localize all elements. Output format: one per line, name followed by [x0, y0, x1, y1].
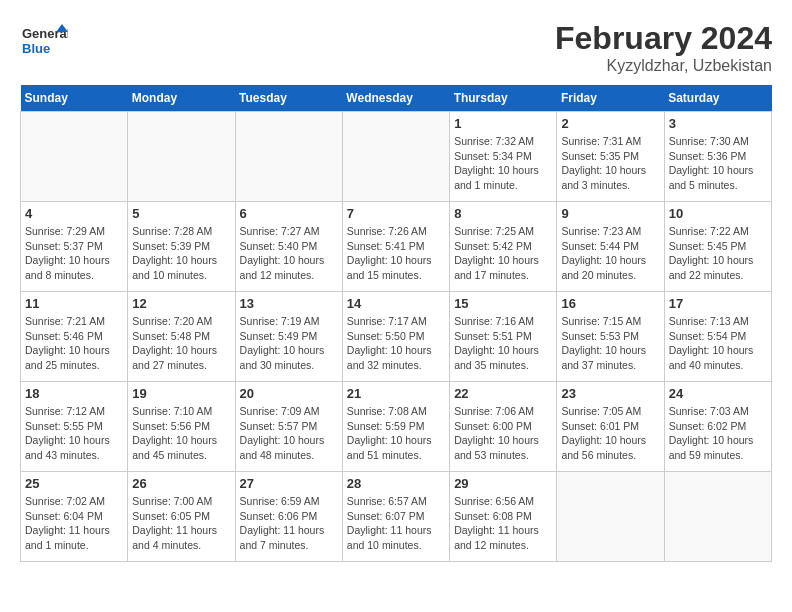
table-row: 1Sunrise: 7:32 AM Sunset: 5:34 PM Daylig… — [450, 112, 557, 202]
day-number: 19 — [132, 386, 230, 401]
col-saturday: Saturday — [664, 85, 771, 112]
day-info: Sunrise: 7:03 AM Sunset: 6:02 PM Dayligh… — [669, 404, 767, 463]
day-info: Sunrise: 7:29 AM Sunset: 5:37 PM Dayligh… — [25, 224, 123, 283]
day-number: 11 — [25, 296, 123, 311]
day-number: 18 — [25, 386, 123, 401]
logo-icon-wrapper: General Blue — [20, 20, 68, 60]
col-wednesday: Wednesday — [342, 85, 449, 112]
table-row: 22Sunrise: 7:06 AM Sunset: 6:00 PM Dayli… — [450, 382, 557, 472]
day-info: Sunrise: 7:16 AM Sunset: 5:51 PM Dayligh… — [454, 314, 552, 373]
day-number: 29 — [454, 476, 552, 491]
day-info: Sunrise: 7:17 AM Sunset: 5:50 PM Dayligh… — [347, 314, 445, 373]
day-info: Sunrise: 7:08 AM Sunset: 5:59 PM Dayligh… — [347, 404, 445, 463]
calendar-week-row: 4Sunrise: 7:29 AM Sunset: 5:37 PM Daylig… — [21, 202, 772, 292]
calendar-table: Sunday Monday Tuesday Wednesday Thursday… — [20, 85, 772, 562]
day-number: 10 — [669, 206, 767, 221]
logo-container: General Blue — [20, 20, 72, 60]
day-number: 17 — [669, 296, 767, 311]
table-row: 18Sunrise: 7:12 AM Sunset: 5:55 PM Dayli… — [21, 382, 128, 472]
table-row: 2Sunrise: 7:31 AM Sunset: 5:35 PM Daylig… — [557, 112, 664, 202]
table-row: 16Sunrise: 7:15 AM Sunset: 5:53 PM Dayli… — [557, 292, 664, 382]
day-number: 24 — [669, 386, 767, 401]
table-row: 3Sunrise: 7:30 AM Sunset: 5:36 PM Daylig… — [664, 112, 771, 202]
table-row: 4Sunrise: 7:29 AM Sunset: 5:37 PM Daylig… — [21, 202, 128, 292]
logo: General Blue — [20, 20, 72, 60]
table-row: 19Sunrise: 7:10 AM Sunset: 5:56 PM Dayli… — [128, 382, 235, 472]
day-info: Sunrise: 7:13 AM Sunset: 5:54 PM Dayligh… — [669, 314, 767, 373]
day-info: Sunrise: 7:19 AM Sunset: 5:49 PM Dayligh… — [240, 314, 338, 373]
table-row: 15Sunrise: 7:16 AM Sunset: 5:51 PM Dayli… — [450, 292, 557, 382]
day-number: 4 — [25, 206, 123, 221]
day-number: 1 — [454, 116, 552, 131]
day-number: 23 — [561, 386, 659, 401]
table-row: 7Sunrise: 7:26 AM Sunset: 5:41 PM Daylig… — [342, 202, 449, 292]
table-row: 27Sunrise: 6:59 AM Sunset: 6:06 PM Dayli… — [235, 472, 342, 562]
day-number: 5 — [132, 206, 230, 221]
day-info: Sunrise: 7:20 AM Sunset: 5:48 PM Dayligh… — [132, 314, 230, 373]
day-info: Sunrise: 7:27 AM Sunset: 5:40 PM Dayligh… — [240, 224, 338, 283]
col-thursday: Thursday — [450, 85, 557, 112]
table-row: 23Sunrise: 7:05 AM Sunset: 6:01 PM Dayli… — [557, 382, 664, 472]
day-info: Sunrise: 7:02 AM Sunset: 6:04 PM Dayligh… — [25, 494, 123, 553]
calendar-week-row: 1Sunrise: 7:32 AM Sunset: 5:34 PM Daylig… — [21, 112, 772, 202]
day-info: Sunrise: 6:57 AM Sunset: 6:07 PM Dayligh… — [347, 494, 445, 553]
day-number: 26 — [132, 476, 230, 491]
table-row: 12Sunrise: 7:20 AM Sunset: 5:48 PM Dayli… — [128, 292, 235, 382]
table-row: 10Sunrise: 7:22 AM Sunset: 5:45 PM Dayli… — [664, 202, 771, 292]
day-info: Sunrise: 7:22 AM Sunset: 5:45 PM Dayligh… — [669, 224, 767, 283]
svg-text:Blue: Blue — [22, 41, 50, 56]
calendar-week-row: 25Sunrise: 7:02 AM Sunset: 6:04 PM Dayli… — [21, 472, 772, 562]
calendar-header-row: Sunday Monday Tuesday Wednesday Thursday… — [21, 85, 772, 112]
table-row: 17Sunrise: 7:13 AM Sunset: 5:54 PM Dayli… — [664, 292, 771, 382]
table-row: 14Sunrise: 7:17 AM Sunset: 5:50 PM Dayli… — [342, 292, 449, 382]
day-number: 3 — [669, 116, 767, 131]
day-number: 28 — [347, 476, 445, 491]
day-number: 20 — [240, 386, 338, 401]
day-info: Sunrise: 7:26 AM Sunset: 5:41 PM Dayligh… — [347, 224, 445, 283]
table-row — [235, 112, 342, 202]
table-row: 8Sunrise: 7:25 AM Sunset: 5:42 PM Daylig… — [450, 202, 557, 292]
day-info: Sunrise: 7:25 AM Sunset: 5:42 PM Dayligh… — [454, 224, 552, 283]
calendar-subtitle: Kyzyldzhar, Uzbekistan — [555, 57, 772, 75]
col-tuesday: Tuesday — [235, 85, 342, 112]
table-row: 26Sunrise: 7:00 AM Sunset: 6:05 PM Dayli… — [128, 472, 235, 562]
table-row: 11Sunrise: 7:21 AM Sunset: 5:46 PM Dayli… — [21, 292, 128, 382]
day-info: Sunrise: 6:56 AM Sunset: 6:08 PM Dayligh… — [454, 494, 552, 553]
day-number: 13 — [240, 296, 338, 311]
page-header: General Blue February 2024 Kyzyldzhar, U… — [20, 20, 772, 75]
title-block: February 2024 Kyzyldzhar, Uzbekistan — [555, 20, 772, 75]
day-number: 22 — [454, 386, 552, 401]
calendar-title: February 2024 — [555, 20, 772, 57]
table-row — [342, 112, 449, 202]
col-monday: Monday — [128, 85, 235, 112]
table-row: 24Sunrise: 7:03 AM Sunset: 6:02 PM Dayli… — [664, 382, 771, 472]
day-info: Sunrise: 7:31 AM Sunset: 5:35 PM Dayligh… — [561, 134, 659, 193]
day-number: 21 — [347, 386, 445, 401]
table-row: 25Sunrise: 7:02 AM Sunset: 6:04 PM Dayli… — [21, 472, 128, 562]
day-info: Sunrise: 6:59 AM Sunset: 6:06 PM Dayligh… — [240, 494, 338, 553]
day-number: 9 — [561, 206, 659, 221]
day-info: Sunrise: 7:05 AM Sunset: 6:01 PM Dayligh… — [561, 404, 659, 463]
table-row: 28Sunrise: 6:57 AM Sunset: 6:07 PM Dayli… — [342, 472, 449, 562]
day-info: Sunrise: 7:06 AM Sunset: 6:00 PM Dayligh… — [454, 404, 552, 463]
table-row: 20Sunrise: 7:09 AM Sunset: 5:57 PM Dayli… — [235, 382, 342, 472]
day-info: Sunrise: 7:28 AM Sunset: 5:39 PM Dayligh… — [132, 224, 230, 283]
table-row — [557, 472, 664, 562]
col-sunday: Sunday — [21, 85, 128, 112]
day-number: 15 — [454, 296, 552, 311]
table-row: 6Sunrise: 7:27 AM Sunset: 5:40 PM Daylig… — [235, 202, 342, 292]
day-info: Sunrise: 7:21 AM Sunset: 5:46 PM Dayligh… — [25, 314, 123, 373]
table-row — [21, 112, 128, 202]
table-row: 13Sunrise: 7:19 AM Sunset: 5:49 PM Dayli… — [235, 292, 342, 382]
day-info: Sunrise: 7:00 AM Sunset: 6:05 PM Dayligh… — [132, 494, 230, 553]
day-number: 14 — [347, 296, 445, 311]
table-row — [128, 112, 235, 202]
calendar-week-row: 18Sunrise: 7:12 AM Sunset: 5:55 PM Dayli… — [21, 382, 772, 472]
day-info: Sunrise: 7:23 AM Sunset: 5:44 PM Dayligh… — [561, 224, 659, 283]
day-number: 16 — [561, 296, 659, 311]
day-number: 25 — [25, 476, 123, 491]
day-info: Sunrise: 7:10 AM Sunset: 5:56 PM Dayligh… — [132, 404, 230, 463]
table-row: 9Sunrise: 7:23 AM Sunset: 5:44 PM Daylig… — [557, 202, 664, 292]
logo-svg: General Blue — [20, 20, 68, 60]
day-info: Sunrise: 7:32 AM Sunset: 5:34 PM Dayligh… — [454, 134, 552, 193]
